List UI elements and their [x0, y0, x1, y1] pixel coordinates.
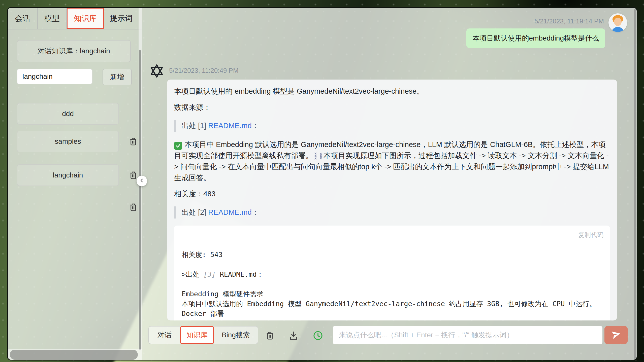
- code-line: 相关度: 543: [182, 250, 602, 260]
- kb-list-row: samples: [17, 131, 142, 152]
- quote-prefix: 出处 [2]: [181, 208, 208, 216]
- avatar-face: [614, 18, 622, 26]
- tab-prompts[interactable]: 提示词: [104, 8, 139, 29]
- assistant-message-timestamp: 5/21/2023, 11:20:49 PM: [169, 67, 239, 75]
- delete-kb-trash-icon[interactable]: [129, 136, 138, 147]
- delete-kb-trash-icon[interactable]: [129, 202, 138, 212]
- sidebar: 会话 模型 知识库 提示词 对话知识库：langchain 新增 ddd sam…: [8, 8, 142, 360]
- kb-list-row: langchain: [17, 164, 142, 186]
- chat-mode-switcher: 对话 知识库 Bing搜索: [148, 326, 258, 344]
- source-quote-2: 出处 [2] README.md：: [174, 206, 610, 219]
- copy-code-button[interactable]: 复制代码: [578, 230, 603, 240]
- readme-link[interactable]: README.md: [208, 122, 251, 130]
- sidebar-vertical-scrollbar[interactable]: [139, 50, 141, 350]
- user-message-bubble: 本项目默认使用的embedding模型是什么: [466, 28, 605, 48]
- quote-prefix: 出处 [1]: [181, 122, 208, 130]
- assistant-paragraph: 数据来源：: [174, 102, 610, 113]
- assistant-paragraph: 本项目中 Embedding 默认选用的是 GanymedeNil/text2v…: [174, 139, 610, 183]
- kb-item-ddd[interactable]: ddd: [17, 103, 119, 125]
- download-icon[interactable]: [288, 331, 299, 341]
- tab-model[interactable]: 模型: [38, 8, 67, 29]
- user-message-timestamp: 5/21/2023, 11:19:14 PM: [534, 17, 604, 25]
- source-quote-1: 出处 [1] README.md：: [174, 120, 610, 132]
- send-button[interactable]: [604, 326, 628, 344]
- tab-knowledge-base[interactable]: 知识库: [67, 8, 104, 29]
- code-block: 复制代码 相关度: 543 >出处 [3] README.md： Embeddi…: [174, 226, 610, 320]
- chat-vertical-scrollbar[interactable]: [634, 9, 636, 359]
- sidebar-collapse-button[interactable]: [137, 176, 147, 186]
- clear-history-trash-icon[interactable]: [265, 331, 275, 341]
- chevron-left-icon: [139, 178, 145, 184]
- mode-bing-search-button[interactable]: Bing搜索: [214, 326, 258, 344]
- dna-icon: [313, 152, 318, 159]
- kb-list-row: ddd: [17, 103, 142, 125]
- quote-suffix: ：: [252, 208, 259, 216]
- openai-logo-icon: [149, 63, 165, 79]
- message-input[interactable]: [333, 326, 602, 344]
- code-line: 本项目中默认选用的 Embedding 模型 GanymedeNil/text2…: [182, 299, 602, 318]
- mode-knowledge-base-button[interactable]: 知识库: [180, 326, 214, 344]
- code-bracket: [3]: [204, 270, 216, 278]
- mode-chat-button[interactable]: 对话: [148, 326, 180, 344]
- app-window: 会话 模型 知识库 提示词 对话知识库：langchain 新增 ddd sam…: [7, 7, 637, 360]
- current-knowledge-base-label: 对话知识库：langchain: [17, 40, 131, 62]
- delete-kb-trash-icon[interactable]: [129, 170, 138, 180]
- kb-name-input[interactable]: [17, 69, 92, 84]
- check-mark-icon: [174, 142, 182, 150]
- add-kb-button[interactable]: 新增: [103, 69, 132, 85]
- user-avatar: [608, 13, 627, 32]
- paper-plane-icon: [611, 330, 621, 341]
- avatar-shirt: [611, 27, 624, 32]
- code-line: >出处 [3] README.md：: [182, 269, 602, 279]
- dna-icon: [319, 152, 323, 159]
- sidebar-tab-bar: 会话 模型 知识库 提示词: [8, 8, 142, 29]
- kb-list-row: [17, 202, 142, 213]
- quote-suffix: ：: [252, 122, 259, 130]
- relevance-score: 相关度：483: [174, 188, 610, 199]
- kb-create-row: 新增: [17, 69, 142, 85]
- assistant-message-panel: 本项目默认使用的 embedding 模型是 GanymedeNil/text2…: [167, 80, 617, 320]
- readme-link[interactable]: README.md: [208, 208, 251, 216]
- code-line: Embedding 模型硬件需求: [182, 289, 602, 299]
- kb-item-langchain[interactable]: langchain: [17, 164, 119, 186]
- tab-conversation[interactable]: 会话: [8, 8, 38, 29]
- kb-item-samples[interactable]: samples: [17, 131, 119, 152]
- history-clock-icon[interactable]: [312, 330, 324, 341]
- assistant-paragraph: 本项目默认使用的 embedding 模型是 GanymedeNil/text2…: [174, 86, 610, 97]
- sidebar-horizontal-scrollbar[interactable]: [10, 350, 138, 360]
